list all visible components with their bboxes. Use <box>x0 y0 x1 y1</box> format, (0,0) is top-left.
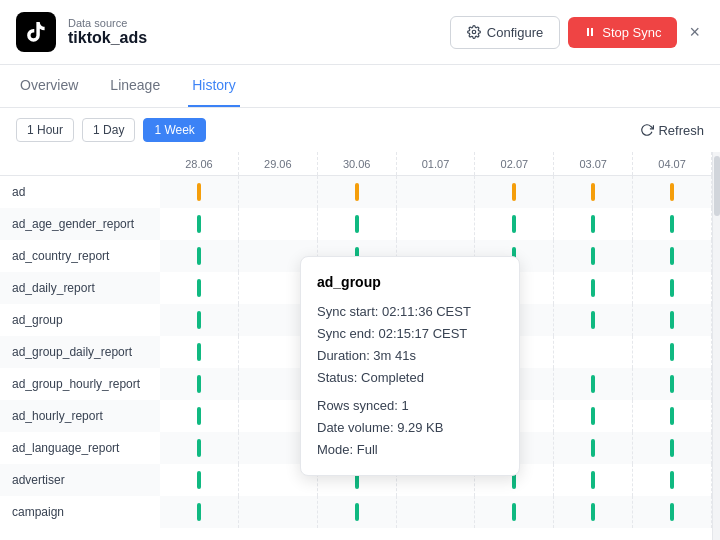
sync-bar[interactable] <box>670 343 674 361</box>
cell <box>160 304 239 336</box>
sync-bar[interactable] <box>591 247 595 265</box>
sync-bar[interactable] <box>512 503 516 521</box>
sync-bar[interactable] <box>670 375 674 393</box>
source-label: Data source <box>68 17 438 29</box>
sync-tooltip: ad_group Sync start: 02:11:36 CEST Sync … <box>300 256 520 476</box>
cell <box>633 176 712 208</box>
tab-overview[interactable]: Overview <box>16 65 82 107</box>
cell <box>554 464 633 496</box>
tooltip-duration: Duration: 3m 41s <box>317 345 503 367</box>
header-actions: Configure Stop Sync × <box>450 16 704 49</box>
refresh-button[interactable]: Refresh <box>640 123 704 138</box>
sync-bar[interactable] <box>512 215 516 233</box>
close-button[interactable]: × <box>685 18 704 47</box>
sync-bar[interactable] <box>197 407 201 425</box>
sync-bar[interactable] <box>670 471 674 489</box>
time-1hour-button[interactable]: 1 Hour <box>16 118 74 142</box>
cell <box>160 432 239 464</box>
row-labels: ad ad_age_gender_report ad_country_repor… <box>0 152 160 540</box>
sync-bar[interactable] <box>591 375 595 393</box>
date-04-07: 04.07 <box>633 152 712 175</box>
sync-bar[interactable] <box>670 279 674 297</box>
pause-icon <box>584 26 596 38</box>
cell <box>397 496 476 528</box>
chart-grid: 28.06 29.06 30.06 01.07 02.07 03.07 04.0… <box>160 152 712 540</box>
sync-bar[interactable] <box>591 407 595 425</box>
tooltip-mode: Mode: Full <box>317 439 503 461</box>
row-label-ad-country: ad_country_report <box>0 240 160 272</box>
stop-sync-button[interactable]: Stop Sync <box>568 17 677 48</box>
sync-bar[interactable] <box>670 311 674 329</box>
sync-bar[interactable] <box>591 311 595 329</box>
row-label-ad-group-daily: ad_group_daily_report <box>0 336 160 368</box>
cell <box>160 240 239 272</box>
tooltip-sync-start: Sync start: 02:11:36 CEST <box>317 301 503 323</box>
tabs: Overview Lineage History <box>0 65 720 108</box>
row-campaign <box>160 496 712 528</box>
date-01-07: 01.07 <box>397 152 476 175</box>
sync-bar[interactable] <box>591 215 595 233</box>
svg-rect-1 <box>587 28 589 36</box>
sync-bar[interactable] <box>197 503 201 521</box>
svg-point-0 <box>472 30 476 34</box>
tooltip-sync-end: Sync end: 02:15:17 CEST <box>317 323 503 345</box>
cell <box>239 496 318 528</box>
cell <box>554 400 633 432</box>
date-30-06: 30.06 <box>318 152 397 175</box>
sync-bar[interactable] <box>197 343 201 361</box>
cell <box>554 240 633 272</box>
sync-bar[interactable] <box>197 471 201 489</box>
sync-bar[interactable] <box>591 503 595 521</box>
cell <box>554 208 633 240</box>
sync-bar[interactable] <box>591 471 595 489</box>
row-label-ad-hourly: ad_hourly_report <box>0 400 160 432</box>
sync-bar[interactable] <box>355 215 359 233</box>
chart-area: ad ad_age_gender_report ad_country_repor… <box>0 152 720 540</box>
cell <box>318 176 397 208</box>
sync-bar[interactable] <box>197 215 201 233</box>
tooltip-rows-synced: Rows synced: 1 <box>317 395 503 417</box>
sync-bar[interactable] <box>512 183 516 201</box>
refresh-icon <box>640 123 654 137</box>
cell <box>160 400 239 432</box>
scrollbar[interactable] <box>712 152 720 540</box>
time-1week-button[interactable]: 1 Week <box>143 118 205 142</box>
time-1day-button[interactable]: 1 Day <box>82 118 135 142</box>
sync-bar[interactable] <box>197 439 201 457</box>
sync-bar[interactable] <box>670 215 674 233</box>
sync-bar[interactable] <box>591 279 595 297</box>
row-label-ad-age: ad_age_gender_report <box>0 208 160 240</box>
tab-history[interactable]: History <box>188 65 240 107</box>
sync-bar[interactable] <box>197 247 201 265</box>
row-label-ad-group: ad_group <box>0 304 160 336</box>
configure-button[interactable]: Configure <box>450 16 560 49</box>
sync-bar[interactable] <box>670 247 674 265</box>
date-headers: 28.06 29.06 30.06 01.07 02.07 03.07 04.0… <box>160 152 712 176</box>
row-label-ad-group-hourly: ad_group_hourly_report <box>0 368 160 400</box>
cell <box>475 496 554 528</box>
tooltip-date-volume: Date volume: 9.29 KB <box>317 417 503 439</box>
sync-bar[interactable] <box>670 407 674 425</box>
gear-icon <box>467 25 481 39</box>
sync-bar[interactable] <box>197 279 201 297</box>
sync-bar[interactable] <box>355 183 359 201</box>
sync-bar[interactable] <box>197 375 201 393</box>
cell <box>318 208 397 240</box>
tab-lineage[interactable]: Lineage <box>106 65 164 107</box>
scrollbar-thumb[interactable] <box>714 156 720 216</box>
date-03-07: 03.07 <box>554 152 633 175</box>
sync-bar[interactable] <box>670 503 674 521</box>
sync-bar[interactable] <box>670 439 674 457</box>
cell <box>633 272 712 304</box>
sync-bar[interactable] <box>670 183 674 201</box>
sync-bar[interactable] <box>197 311 201 329</box>
cell <box>397 208 476 240</box>
sync-bar[interactable] <box>355 503 359 521</box>
row-ad <box>160 176 712 208</box>
sync-bar[interactable] <box>197 183 201 201</box>
cell <box>633 464 712 496</box>
sync-bar[interactable] <box>591 439 595 457</box>
cell <box>554 496 633 528</box>
cell <box>397 176 476 208</box>
sync-bar[interactable] <box>591 183 595 201</box>
